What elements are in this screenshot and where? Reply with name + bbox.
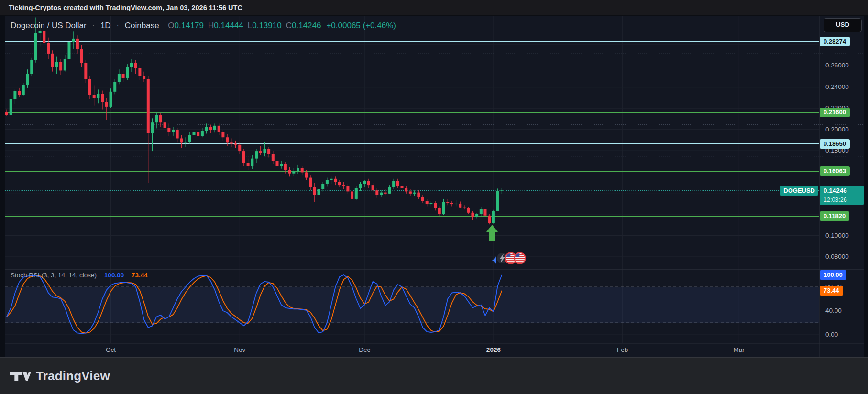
- time-axis-label[interactable]: Oct: [106, 346, 116, 353]
- exchange-label: Coinbase: [125, 21, 159, 30]
- price-level-badge: 0.18650: [820, 139, 850, 149]
- interval-label[interactable]: 1D: [100, 21, 111, 30]
- time-axis-label[interactable]: Mar: [734, 346, 745, 353]
- footer-bar: TradingView: [0, 357, 868, 394]
- stoch-k-value: 100.00: [104, 272, 124, 279]
- low-value: 0.13910: [252, 21, 281, 30]
- price-tick-label: 0.08000: [825, 253, 849, 261]
- legend-separator: ·: [116, 21, 119, 30]
- tradingview-logo[interactable]: TradingView: [10, 369, 110, 384]
- price-level-badge: 0.28274: [820, 37, 850, 46]
- time-axis-label[interactable]: Feb: [617, 346, 628, 353]
- close-value: 0.14246: [292, 21, 321, 30]
- high-value: 0.14444: [214, 21, 243, 30]
- stoch-tick-label: 80.00: [825, 283, 842, 291]
- high-label: H: [208, 21, 214, 30]
- time-axis-label[interactable]: 2026: [486, 346, 501, 353]
- tradingview-chart-window: Ticking-Cryptos created with TradingView…: [0, 0, 868, 394]
- price-level-badge: 0.21600: [820, 108, 850, 117]
- price-level-badge: 0.16063: [820, 166, 850, 176]
- close-label: C: [286, 21, 292, 30]
- price-tick-label: 0.26000: [825, 62, 849, 69]
- time-axis-label[interactable]: Dec: [359, 346, 370, 353]
- currency-toggle-button[interactable]: USD: [824, 18, 862, 32]
- tradingview-logo-icon: [10, 369, 32, 384]
- stoch-rsi-title[interactable]: Stoch RSI (3, 3, 14, 14, close): [11, 272, 97, 279]
- stoch-tick-label: 40.00: [825, 307, 842, 315]
- price-level-badge: 0.11820: [820, 211, 849, 221]
- snapshot-title: Ticking-Cryptos created with TradingView…: [0, 0, 242, 15]
- open-label: O: [168, 21, 174, 30]
- low-label: L: [248, 21, 252, 30]
- snapshot-title-bar: Ticking-Cryptos created with TradingView…: [0, 0, 868, 16]
- stoch-d-value: 73.44: [132, 272, 148, 279]
- price-tick-label: 0.24000: [825, 83, 849, 91]
- symbol-legend[interactable]: Dogecoin / US Dollar · 1D · Coinbase O0.…: [11, 21, 396, 31]
- change-value: +0.00065 (+0.46%): [326, 21, 396, 30]
- stoch-tick-label: 0.00: [825, 331, 838, 339]
- generated-overlays: 0.280000.260000.240000.220000.200000.180…: [0, 0, 868, 394]
- open-value: 0.14179: [175, 21, 204, 30]
- price-tick-label: 0.10000: [825, 232, 849, 240]
- legend-separator: ·: [92, 21, 95, 30]
- tradingview-logo-text: TradingView: [36, 369, 110, 383]
- price-tick-label: 0.20000: [825, 126, 849, 133]
- time-axis-label[interactable]: Nov: [234, 346, 245, 353]
- price-tick-label: 0.14000: [825, 189, 849, 197]
- stoch-rsi-legend[interactable]: Stoch RSI (3, 3, 14, 14, close) 100.00 7…: [11, 272, 148, 279]
- symbol-name[interactable]: Dogecoin / US Dollar: [11, 21, 87, 30]
